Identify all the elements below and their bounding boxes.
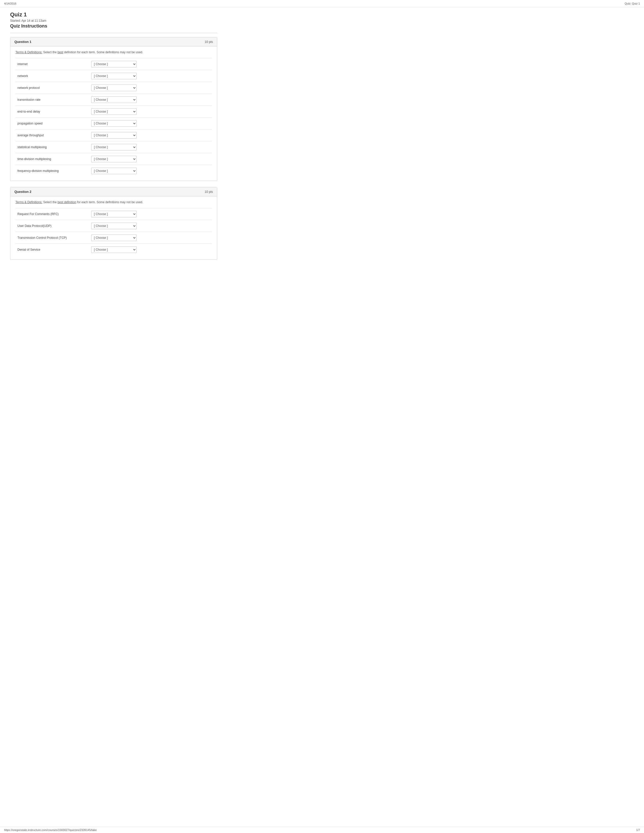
top-title: Quiz: Quiz 1	[625, 2, 640, 5]
table-row: internet[ Choose ]	[15, 58, 212, 70]
question-2-terms-list: Request For Comments (RFC)[ Choose ]User…	[15, 208, 212, 256]
term-label: frequency-division multiplexing	[15, 169, 86, 173]
table-row: User Data Protocol(UDP)[ Choose ]	[15, 220, 212, 232]
table-row: network[ Choose ]	[15, 70, 212, 82]
question-2-title: Question 2	[14, 190, 31, 194]
question-2-body: Terms & Definitions: Select the best def…	[10, 196, 217, 259]
term-label: average throughput	[15, 133, 86, 137]
term-select-5[interactable]: [ Choose ]	[91, 108, 137, 115]
question-1-instruction: Terms & Definitions: Select the best def…	[15, 50, 212, 54]
top-date: 4/14/2016	[4, 2, 16, 5]
q2-inst-text: Select the best definition for each term…	[43, 200, 143, 204]
term-select-7[interactable]: [ Choose ]	[91, 132, 137, 138]
table-row: frequency-division multiplexing[ Choose …	[15, 165, 212, 177]
question-1-pts: 10 pts	[204, 40, 213, 43]
question-2-block: Question 2 10 pts Terms & Definitions: S…	[10, 187, 217, 260]
table-row: end-to-end delay[ Choose ]	[15, 106, 212, 117]
term-label: propagation speed	[15, 122, 86, 125]
question-2-instruction: Terms & Definitions: Select the best def…	[15, 200, 212, 204]
question-2-header: Question 2 10 pts	[10, 187, 217, 196]
table-row: network protocol[ Choose ]	[15, 82, 212, 94]
term-select-1[interactable]: [ Choose ]	[91, 61, 137, 68]
term-label: Transmission Control Protocol (TCP)	[15, 236, 86, 240]
table-row: Request For Comments (RFC)[ Choose ]	[15, 208, 212, 220]
question-1-terms-list: internet[ Choose ]network[ Choose ]netwo…	[15, 58, 212, 177]
term-select-2[interactable]: [ Choose ]	[91, 73, 137, 79]
term-label: Denial of Service	[15, 248, 86, 251]
quiz-instructions-heading: Quiz Instructions	[10, 24, 217, 29]
term-select-9[interactable]: [ Choose ]	[91, 156, 137, 162]
question-1-block: Question 1 10 pts Terms & Definitions: S…	[10, 37, 217, 181]
question-1-header: Question 1 10 pts	[10, 37, 217, 47]
terms-defs-link-2[interactable]: Terms & Definitions:	[15, 200, 42, 204]
term-select-q2-2[interactable]: [ Choose ]	[91, 223, 137, 229]
term-label: end-to-end delay	[15, 110, 86, 113]
term-select-6[interactable]: [ Choose ]	[91, 120, 137, 127]
table-row: propagation speed[ Choose ]	[15, 117, 212, 129]
term-select-3[interactable]: [ Choose ]	[91, 85, 137, 91]
term-label: internet	[15, 62, 86, 66]
term-label: Request For Comments (RFC)	[15, 212, 86, 216]
question-1-body: Terms & Definitions: Select the best def…	[10, 47, 217, 181]
term-select-q2-1[interactable]: [ Choose ]	[91, 211, 137, 217]
question-1-title: Question 1	[14, 40, 31, 43]
term-label: network	[15, 74, 86, 78]
table-row: time-division multiplexing[ Choose ]	[15, 153, 212, 165]
term-label: statistical multiplexing	[15, 145, 86, 149]
term-label: time-division multiplexing	[15, 157, 86, 161]
table-row: average throughput[ Choose ]	[15, 129, 212, 141]
q1-inst-text: Select the best definition for each term…	[43, 50, 143, 54]
term-label: network protocol	[15, 86, 86, 90]
question-2-pts: 10 pts	[204, 190, 213, 194]
term-select-q2-4[interactable]: [ Choose ]	[91, 246, 137, 253]
quiz-started: Started: Apr 14 at 11:13am	[10, 19, 217, 23]
table-row: statistical multiplexing[ Choose ]	[15, 141, 212, 153]
term-label: transmission rate	[15, 98, 86, 101]
table-row: Transmission Control Protocol (TCP)[ Cho…	[15, 232, 212, 244]
table-row: Denial of Service[ Choose ]	[15, 244, 212, 256]
term-select-8[interactable]: [ Choose ]	[91, 144, 137, 150]
term-label: User Data Protocol(UDP)	[15, 224, 86, 228]
term-select-q2-3[interactable]: [ Choose ]	[91, 235, 137, 241]
term-select-4[interactable]: [ Choose ]	[91, 96, 137, 103]
terms-defs-link[interactable]: Terms & Definitions:	[15, 50, 42, 54]
divider	[10, 33, 217, 33]
quiz-title: Quiz 1	[10, 11, 217, 18]
table-row: transmission rate[ Choose ]	[15, 94, 212, 106]
term-select-10[interactable]: [ Choose ]	[91, 167, 137, 174]
